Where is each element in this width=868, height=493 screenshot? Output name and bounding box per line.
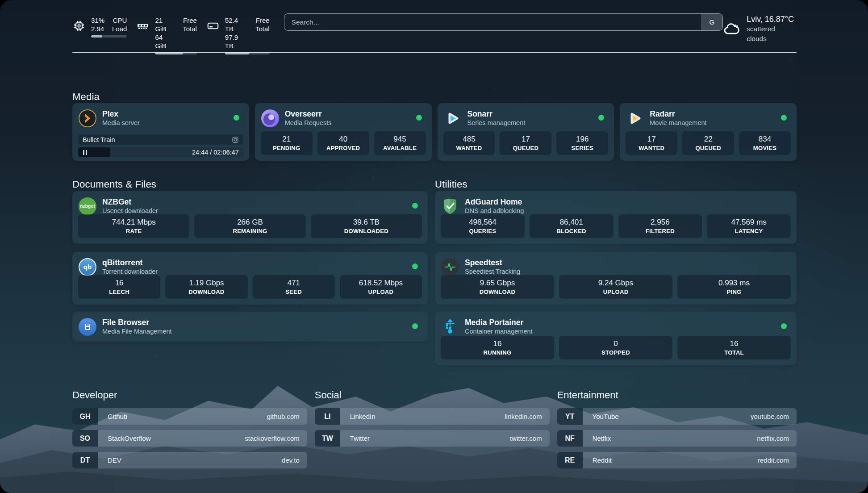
- portainer-icon: [441, 318, 459, 336]
- app-name: Sonarr: [467, 109, 526, 119]
- now-playing-title: Bullet Train: [83, 136, 115, 143]
- link-netflix[interactable]: NF Netflix netflix.com: [557, 430, 797, 447]
- nzbget-card[interactable]: nzbget NZBGet Usenet downloader 744.21 M…: [72, 191, 428, 244]
- memory-icon: [136, 19, 150, 33]
- cpu-percent: 31%: [91, 16, 104, 25]
- memory-free: 21 GiB: [155, 16, 175, 33]
- sonarr-icon: [444, 109, 462, 127]
- app-description: Media Requests: [285, 119, 332, 127]
- stat-latency: 47.569 ms LATENCY: [707, 214, 791, 238]
- app-name: File Browser: [102, 318, 172, 327]
- weather-widget: Lviv, 16.87°C scattered clouds: [723, 13, 797, 44]
- stat-queued: 22 QUEUED: [682, 131, 734, 155]
- playback-progress-bar[interactable]: 24:44 / 02:06:47: [78, 147, 243, 157]
- sonarr-card[interactable]: Sonarr Series management 485 WANTED 17 Q…: [438, 103, 614, 161]
- overseerr-card[interactable]: Overseerr Media Requests 21 PENDING 40 A…: [255, 103, 432, 161]
- link-abbr-badge: DT: [72, 452, 98, 468]
- link-abbr-badge: LI: [315, 408, 340, 425]
- radarr-card[interactable]: Radarr Movie management 17 WANTED 22 QUE…: [620, 103, 797, 161]
- stat-remaining: 266 GB REMAINING: [194, 214, 305, 238]
- filebrowser-card[interactable]: File Browser Media File Management: [72, 312, 428, 342]
- app-name: AdGuard Home: [465, 197, 524, 207]
- link-stackoverflow[interactable]: SO StackOverflow stackoverflow.com: [72, 430, 307, 447]
- stat-wanted: 485 WANTED: [443, 131, 495, 155]
- plex-card[interactable]: Plex Media server Bullet Train 24:44 / 0…: [72, 103, 249, 161]
- session-record-icon: [232, 136, 239, 143]
- now-playing-bar: Bullet Train: [78, 134, 243, 145]
- stat-filtered: 2,956 FILTERED: [618, 214, 702, 238]
- social-links: Social LI LinkedIn linkedin.com TW Twitt…: [315, 389, 550, 474]
- app-name: Overseerr: [285, 109, 332, 119]
- stat-download: 1.19 Gbps DOWNLOAD: [165, 275, 247, 299]
- app-name: Plex: [102, 109, 140, 119]
- disk-free: 52.4 TB: [225, 16, 248, 33]
- status-online-dot: [234, 115, 239, 121]
- stat-ping: 0.993 ms PING: [677, 275, 791, 299]
- app-name: Radarr: [650, 109, 706, 119]
- stat-pending: 21 PENDING: [261, 131, 313, 155]
- disk-total-label: Total: [255, 25, 270, 33]
- plex-icon: [79, 109, 96, 127]
- media-cards-row: Plex Media server Bullet Train 24:44 / 0…: [72, 103, 797, 161]
- link-dev[interactable]: DT DEV dev.to: [72, 452, 307, 468]
- app-description: Container management: [465, 327, 533, 336]
- radarr-icon: [626, 109, 644, 127]
- memory-total: 64 GiB: [155, 33, 175, 50]
- stat-running: 16 RUNNING: [441, 336, 554, 359]
- stat-queries: 498,564 QUERIES: [441, 214, 525, 238]
- section-title-developer: Developer: [72, 389, 307, 401]
- bookmarks-area: Developer GH Github github.com SO StackO…: [72, 389, 797, 474]
- pause-icon[interactable]: [83, 150, 87, 155]
- stat-downloaded: 39.6 TB DOWNLOADED: [311, 214, 422, 238]
- memory-total-label: Total: [183, 25, 197, 33]
- app-name: qBittorrent: [102, 258, 158, 267]
- header-divider: [72, 52, 797, 53]
- adguard-card[interactable]: AdGuard Home DNS and adblocking 498,564 …: [435, 191, 797, 244]
- qbittorrent-card[interactable]: qb qBittorrent Torrent downloader 16 LEE…: [72, 252, 428, 305]
- status-online-dot: [781, 115, 787, 121]
- portainer-card[interactable]: Media Portainer Container management 16 …: [435, 312, 797, 365]
- link-abbr-badge: SO: [72, 430, 98, 447]
- qbittorrent-icon: qb: [79, 258, 96, 276]
- search-engine-button[interactable]: G: [701, 14, 722, 30]
- status-online-dot: [598, 115, 604, 121]
- top-bar: 31% 2.94 CPU Load 21 GiB: [72, 13, 797, 54]
- stat-stopped: 0 STOPPED: [559, 336, 672, 359]
- disk-stat-group: 52.4 TB 97.9 TB Free Total: [206, 13, 270, 54]
- search-input[interactable]: [284, 14, 701, 30]
- link-github[interactable]: GH Github github.com: [72, 408, 307, 425]
- status-online-dot: [412, 323, 418, 329]
- link-abbr-badge: RE: [557, 452, 583, 468]
- cloud-icon: [723, 20, 741, 38]
- link-youtube[interactable]: YT YouTube youtube.com: [557, 408, 797, 425]
- utilities-column: AdGuard Home DNS and adblocking 498,564 …: [435, 191, 797, 365]
- speedtest-card[interactable]: Speedtest Speedtest Tracking 9.65 Gbps D…: [435, 252, 797, 305]
- section-title-entertainment: Entertainment: [557, 389, 797, 401]
- stat-movies: 834 MOVIES: [739, 131, 791, 155]
- app-name: NZBGet: [102, 197, 158, 207]
- link-twitter[interactable]: TW Twitter twitter.com: [315, 430, 550, 447]
- status-online-dot: [416, 115, 422, 121]
- disk-icon: [206, 19, 220, 33]
- link-reddit[interactable]: RE Reddit reddit.com: [557, 452, 797, 468]
- section-title-utilities: Utilities: [435, 179, 467, 190]
- app-description: Movie management: [650, 119, 706, 127]
- stat-rate: 744.21 Mbps RATE: [78, 214, 189, 238]
- overseerr-icon: [261, 109, 279, 127]
- section-title-social: Social: [315, 389, 550, 401]
- app-description: Series management: [467, 119, 526, 127]
- filebrowser-icon: [79, 318, 96, 336]
- app-description: Media server: [102, 119, 140, 127]
- stat-queued: 17 QUEUED: [500, 131, 551, 155]
- cpu-progress-bar: [91, 35, 127, 38]
- stat-upload: 9.24 Gbps UPLOAD: [559, 275, 672, 299]
- link-linkedin[interactable]: LI LinkedIn linkedin.com: [315, 408, 550, 425]
- speedtest-icon: [441, 258, 459, 276]
- weather-condition: scattered clouds: [747, 24, 797, 44]
- dashboard-app: 31% 2.94 CPU Load 21 GiB: [0, 0, 868, 493]
- search-bar: G: [284, 13, 723, 31]
- weather-location-temp: Lviv, 16.87°C: [747, 14, 797, 24]
- cpu-load-avg: 2.94: [91, 25, 104, 33]
- section-title-media: Media: [72, 91, 100, 103]
- cpu-load-label: Load: [112, 25, 127, 33]
